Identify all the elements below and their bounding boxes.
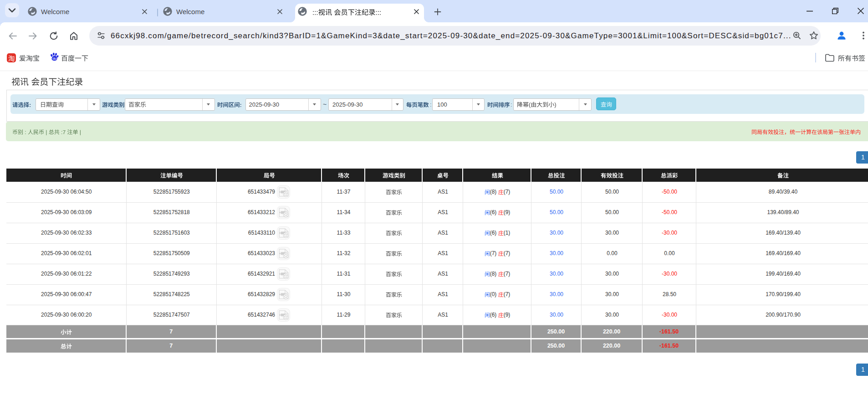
svg-text:du: du [52,56,56,61]
